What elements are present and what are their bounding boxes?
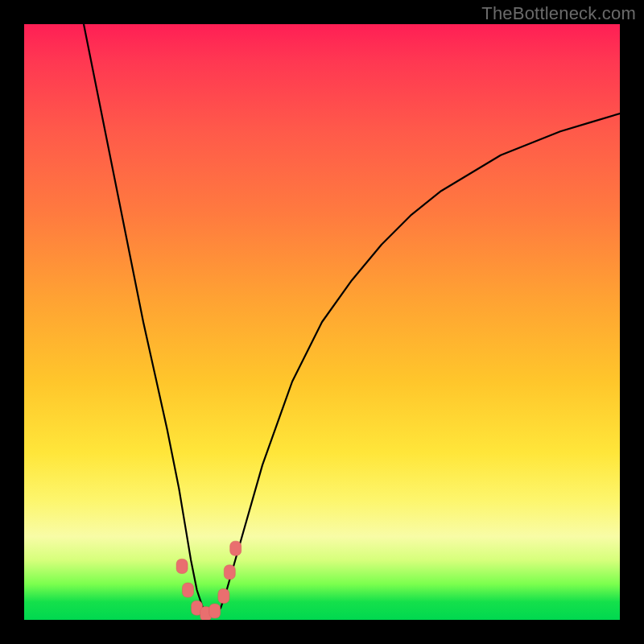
watermark-text: TheBottleneck.com xyxy=(481,3,636,24)
plot-area xyxy=(24,24,620,620)
curve-marker xyxy=(218,588,229,603)
curve-marker xyxy=(209,604,221,618)
curve-marker xyxy=(176,559,188,573)
chart-frame: TheBottleneck.com xyxy=(0,0,644,644)
curve-marker xyxy=(183,583,194,597)
curve-marker xyxy=(230,541,242,555)
curve-layer xyxy=(24,24,620,620)
markers-group xyxy=(176,541,242,620)
curve-marker xyxy=(224,565,235,580)
bottleneck-curve xyxy=(84,24,620,614)
